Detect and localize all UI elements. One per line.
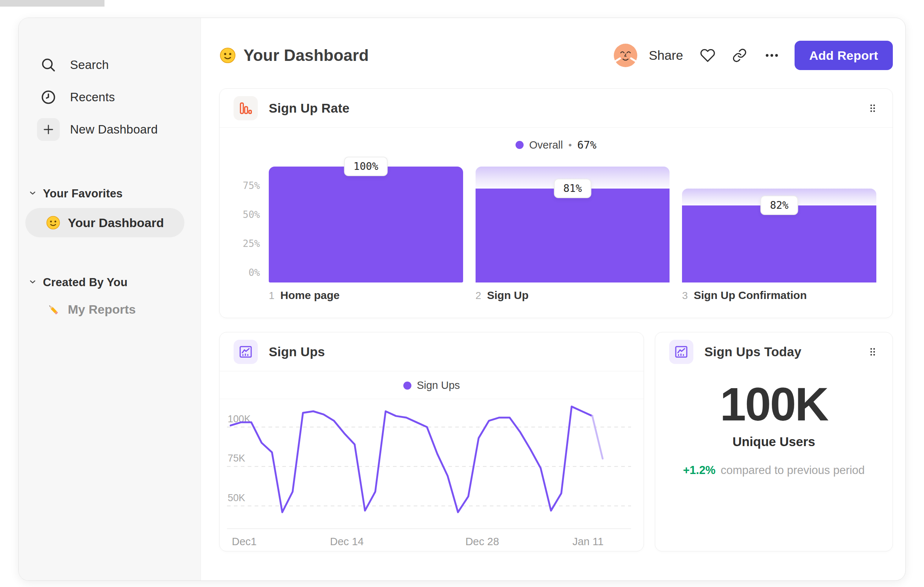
sign-ups-card: Sign Ups Sign Ups 100K75K50K Dec1Dec 14D… bbox=[219, 332, 644, 551]
stat-delta-note: compared to previous period bbox=[721, 464, 865, 477]
stat-delta: +1.2% bbox=[683, 464, 716, 477]
sidebar-section-favorites: Your Favorites Your Dashboard bbox=[19, 184, 201, 237]
sidebar-item-search[interactable]: Search bbox=[19, 49, 201, 81]
copy-link-button[interactable] bbox=[732, 48, 747, 63]
legend-dot bbox=[403, 382, 411, 390]
share-button[interactable]: Share bbox=[649, 48, 683, 63]
line-x-tick: Dec 28 bbox=[465, 536, 499, 548]
chevron-down-icon bbox=[28, 189, 37, 199]
funnel-step-label: 3Sign Up Confirmation bbox=[682, 289, 876, 302]
funnel-bar[interactable]: 100% bbox=[269, 167, 463, 283]
line-chart-icon bbox=[234, 340, 258, 364]
window-top-strip bbox=[0, 0, 104, 7]
avatar[interactable] bbox=[614, 44, 637, 67]
funnel-chart: 0%25%50%75% 100%81%82% bbox=[236, 167, 876, 283]
card-header: Sign Up Rate bbox=[219, 89, 893, 128]
funnel-legend: Overall • 67% bbox=[219, 128, 893, 161]
drag-handle-icon[interactable] bbox=[867, 346, 879, 358]
plus-icon bbox=[37, 118, 60, 141]
more-options-button[interactable] bbox=[764, 47, 780, 63]
heart-icon bbox=[700, 48, 715, 63]
funnel-step-name: Home page bbox=[280, 289, 340, 302]
search-icon bbox=[37, 54, 60, 76]
funnel-step-name: Sign Up bbox=[487, 289, 528, 302]
section-header-your-favorites[interactable]: Your Favorites bbox=[19, 184, 201, 203]
funnel-x-axis: 1Home page2Sign Up3Sign Up Confirmation bbox=[269, 289, 876, 302]
legend-item-overall[interactable]: Overall • 67% bbox=[516, 139, 596, 151]
card-title: Sign Up Rate bbox=[269, 101, 867, 116]
funnel-conversion-badge: 81% bbox=[554, 179, 591, 198]
header-actions: Share Add Report bbox=[614, 41, 893, 70]
pencil-emoji bbox=[46, 302, 61, 317]
funnel-step-number: 3 bbox=[682, 290, 688, 302]
funnel-step-number: 2 bbox=[475, 290, 482, 302]
section-header-created-by-you[interactable]: Created By You bbox=[19, 273, 201, 293]
sign-up-rate-card: Sign Up Rate Overall • 67% bbox=[219, 88, 893, 318]
stat-delta-row: +1.2% compared to previous period bbox=[683, 464, 865, 477]
legend-value: 67% bbox=[577, 139, 596, 151]
sidebar-item-label: Recents bbox=[70, 90, 115, 104]
funnel-y-tick: 0% bbox=[249, 267, 260, 278]
section-title: Your Favorites bbox=[43, 187, 123, 200]
line-x-tick: Jan 11 bbox=[573, 536, 604, 548]
sidebar-item-label: New Dashboard bbox=[70, 122, 158, 136]
svg-text:75K: 75K bbox=[228, 453, 245, 464]
legend-item-sign-ups[interactable]: Sign Ups bbox=[403, 379, 460, 392]
funnel-bar-fill bbox=[475, 189, 670, 283]
funnel-step-label: 2Sign Up bbox=[475, 289, 670, 302]
heart-button[interactable] bbox=[700, 48, 715, 63]
sidebar-item-label: Your Dashboard bbox=[68, 216, 164, 230]
line-chart-svg: 100K75K50K bbox=[227, 405, 631, 526]
app-window: Search Recents New Dashboard bbox=[18, 18, 906, 581]
title-group: Your Dashboard bbox=[219, 46, 369, 64]
funnel-plot: 100%81%82% bbox=[269, 167, 876, 283]
legend-dot bbox=[516, 141, 524, 149]
stat-label: Unique Users bbox=[733, 434, 815, 449]
stat-value: 100K bbox=[720, 381, 828, 428]
funnel-step-name: Sign Up Confirmation bbox=[694, 289, 807, 302]
sidebar-item-label: Search bbox=[70, 58, 109, 72]
funnel-bar-fill bbox=[682, 205, 876, 283]
stat-body: 100K Unique Users +1.2% compared to prev… bbox=[655, 371, 893, 551]
funnel-conversion-badge: 100% bbox=[344, 157, 388, 176]
drag-handle-icon[interactable] bbox=[867, 103, 879, 114]
funnel-bars-icon bbox=[234, 96, 258, 120]
funnel-bar-fill bbox=[269, 167, 463, 283]
card-title: Sign Ups bbox=[269, 344, 630, 359]
section-title: Created By You bbox=[43, 276, 128, 289]
line-x-axis: Dec1Dec 14Dec 28Jan 11 bbox=[227, 528, 631, 550]
sidebar-item-your-dashboard[interactable]: Your Dashboard bbox=[25, 208, 185, 237]
funnel-y-tick: 25% bbox=[243, 238, 260, 249]
sidebar-nav: Search Recents New Dashboard bbox=[19, 49, 201, 146]
chevron-down-icon bbox=[28, 277, 37, 288]
card-header: Sign Ups bbox=[219, 332, 644, 371]
funnel-bar[interactable]: 82% bbox=[682, 189, 876, 283]
sign-ups-today-card: Sign Ups Today 100K Unique Users +1.2% bbox=[655, 332, 893, 551]
line-x-tick: Dec 14 bbox=[330, 536, 364, 548]
funnel-y-tick: 75% bbox=[243, 180, 260, 191]
link-icon bbox=[732, 48, 747, 63]
funnel-conversion-badge: 82% bbox=[761, 195, 798, 215]
line-chart-icon bbox=[669, 340, 693, 364]
funnel-y-axis: 0%25%50%75% bbox=[236, 167, 260, 283]
main-content: Your Dashboard Share bbox=[201, 18, 905, 580]
sidebar-item-my-reports[interactable]: My Reports bbox=[25, 294, 185, 324]
funnel-step-number: 1 bbox=[269, 290, 275, 302]
smiley-emoji bbox=[46, 215, 61, 230]
sidebar-item-recents[interactable]: Recents bbox=[19, 81, 201, 113]
line-x-tick: Dec1 bbox=[232, 536, 257, 548]
sidebar-section-created-by-you: Created By You My Reports bbox=[19, 273, 201, 324]
bottom-row: Sign Ups Sign Ups 100K75K50K Dec1Dec 14D… bbox=[219, 332, 893, 551]
funnel-y-tick: 50% bbox=[243, 209, 260, 220]
funnel-step-label: 1Home page bbox=[269, 289, 463, 302]
page-title: Your Dashboard bbox=[243, 46, 369, 64]
ellipsis-icon bbox=[764, 47, 780, 63]
add-report-button[interactable]: Add Report bbox=[795, 41, 893, 70]
svg-text:50K: 50K bbox=[228, 492, 245, 503]
dashboard-header: Your Dashboard Share bbox=[219, 40, 893, 71]
funnel-bar[interactable]: 81% bbox=[475, 167, 670, 283]
card-header: Sign Ups Today bbox=[655, 332, 893, 371]
clock-icon bbox=[37, 86, 60, 109]
line-legend: Sign Ups bbox=[219, 371, 644, 399]
sidebar-item-new-dashboard[interactable]: New Dashboard bbox=[19, 113, 201, 146]
